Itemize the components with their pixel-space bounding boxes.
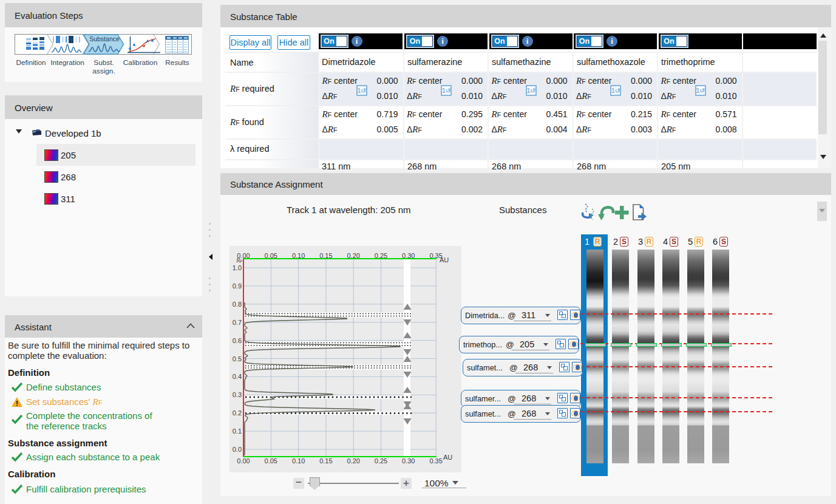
svg-text:AU: AU (443, 454, 452, 461)
svg-text:0.25: 0.25 (375, 457, 387, 465)
svg-text:0.5: 0.5 (233, 355, 242, 363)
svg-text:0.20: 0.20 (347, 457, 359, 465)
svg-text:0.10: 0.10 (292, 457, 305, 465)
svg-text:0.8: 0.8 (233, 301, 242, 308)
svg-text:0.00: 0.00 (237, 457, 250, 465)
svg-text:0.35: 0.35 (429, 457, 442, 465)
svg-text:0.4: 0.4 (233, 373, 242, 380)
svg-text:0.05: 0.05 (265, 457, 277, 465)
svg-text:0.0: 0.0 (233, 446, 242, 453)
svg-text:0.6: 0.6 (233, 337, 242, 344)
svg-text:Substance: Substance (89, 35, 120, 43)
svg-text:0.7: 0.7 (233, 319, 242, 326)
svg-text:1.0: 1.0 (233, 264, 242, 271)
svg-text:0.30: 0.30 (402, 457, 415, 465)
svg-text:F: F (240, 259, 243, 264)
svg-text:AU: AU (440, 256, 449, 264)
svg-text:0.1: 0.1 (233, 427, 242, 435)
svg-text:0.3: 0.3 (233, 391, 242, 398)
svg-text:0.2: 0.2 (233, 409, 242, 417)
svg-text:0.15: 0.15 (319, 457, 332, 465)
svg-text:0.9: 0.9 (233, 282, 242, 290)
